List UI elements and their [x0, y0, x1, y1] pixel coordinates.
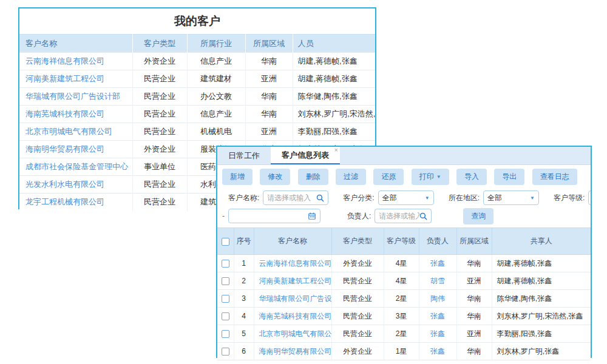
industry-cell: 信息产业	[187, 53, 245, 70]
customer-list-window: 日常工作 客户信息列表 × 新增 修改 删除 过滤 还原 打印▼ 导入 导出 查…	[216, 146, 592, 358]
customer-type-cell: 民营企业	[132, 70, 187, 88]
customer-link[interactable]: 海南芜城科技有限公司	[25, 109, 104, 118]
index-cell: 5	[234, 325, 254, 343]
owner-link[interactable]: 张鑫	[430, 259, 445, 268]
customer-list-table: 序号 客户名称 客户类型 客户等级 负责人 所属区域 共享人 1 云南海祥信息有…	[217, 228, 591, 360]
customer-type-cell: 民营企业	[331, 308, 384, 325]
col-grade: 客户等级	[384, 228, 419, 255]
owner-link[interactable]: 胡雪	[430, 277, 445, 285]
shared-cell: 刘东林,罗广明,宋浩然,张鑫	[492, 308, 591, 325]
edit-button[interactable]: 修改	[260, 169, 290, 185]
row-checkbox[interactable]	[222, 295, 229, 303]
district-label: 所在地区:	[449, 193, 480, 203]
shared-cell: 刘东林,罗广明,张鑫	[492, 343, 591, 360]
table-row: 3 华瑞城有限公司广告设... 民营企业 2星 陶伟 华南 陈华健,陶伟,张鑫	[217, 290, 591, 308]
table-row: 北京市明城电气有限公司 民营企业 机械机电 亚洲 李勤丽,阳强,张鑫	[19, 123, 375, 141]
customer-type-cell: 事业单位	[132, 158, 187, 176]
grade-label: 客户等级:	[554, 193, 585, 203]
import-button[interactable]: 导入	[456, 169, 487, 185]
print-button[interactable]: 打印▼	[412, 169, 449, 185]
customer-link[interactable]: 华瑞城有限公司广告设...	[259, 294, 332, 303]
customer-category-select[interactable]: 全部 ▼	[378, 190, 434, 205]
customer-link[interactable]: 成都市社会保险基金管理中心	[25, 162, 128, 171]
grade-cell: 2星	[384, 325, 419, 343]
table-row: 河南美新建筑工程公司 民营企业 建筑建材 亚洲 胡建,蒋德帧,张鑫	[19, 70, 375, 88]
customer-link[interactable]: 河南美新建筑工程公司	[259, 277, 332, 285]
customer-type-cell: 外资企业	[132, 141, 187, 158]
owner-input[interactable]	[379, 212, 419, 220]
owner-link[interactable]: 张鑫	[430, 347, 445, 356]
shared-cell: 胡建,蒋德帧,张鑫	[492, 272, 591, 290]
customer-type-cell: 民营企业	[331, 325, 384, 343]
industry-cell: 建筑建材	[187, 70, 245, 88]
view-log-button[interactable]: 查看日志	[532, 169, 577, 185]
date-input[interactable]	[232, 212, 308, 220]
page-title: 我的客户	[19, 8, 375, 34]
row-checkbox[interactable]	[222, 260, 229, 268]
district-filter: 所在地区: 全部 ▼	[449, 190, 539, 205]
customer-link[interactable]: 海南明华贸易有限公司	[259, 347, 332, 356]
query-button[interactable]: 查询	[463, 208, 493, 224]
customer-link[interactable]: 云南海祥信息有限公司	[25, 56, 104, 66]
region-cell: 华南	[245, 88, 293, 106]
customer-link[interactable]: 龙宇工程机械有限公司	[25, 197, 104, 206]
filter-button[interactable]: 过滤	[336, 169, 366, 185]
add-button[interactable]: 新增	[222, 169, 253, 185]
district-select[interactable]: 全部 ▼	[483, 190, 539, 205]
customer-name-input[interactable]	[267, 194, 316, 202]
customer-link[interactable]: 北京市明城电气有限公司	[25, 127, 112, 136]
calendar-icon	[308, 212, 316, 220]
region-cell: 华南	[456, 308, 492, 325]
col-shared: 共享人	[492, 228, 591, 255]
owner-link[interactable]: 张鑫	[430, 329, 445, 338]
customer-type-cell: 外资企业	[132, 53, 187, 70]
select-all-checkbox[interactable]	[222, 238, 229, 246]
region-cell: 亚洲	[456, 325, 492, 343]
table-row: 海南芜城科技有限公司 民营企业 信息产业 华南 刘东林,罗广明,宋浩然,...	[19, 106, 375, 123]
owner-link[interactable]: 张鑫	[430, 312, 445, 320]
index-cell: 3	[234, 290, 254, 308]
row-checkbox[interactable]	[222, 330, 229, 338]
table-row: 云南海祥信息有限公司 外资企业 信息产业 华南 胡建,蒋德帧,张鑫	[19, 53, 375, 70]
search-icon	[316, 194, 324, 202]
industry-cell: 办公文教	[187, 88, 245, 106]
customer-link[interactable]: 华瑞城有限公司广告设计部	[25, 92, 120, 101]
region-cell: 华南	[456, 255, 492, 272]
region-cell: 华南	[245, 53, 293, 70]
row-checkbox[interactable]	[222, 348, 229, 356]
col-region: 所属区域	[245, 35, 293, 53]
col-index: 序号	[234, 228, 254, 255]
row-checkbox[interactable]	[222, 277, 229, 285]
staff-cell: 陈华健,陶伟,张鑫	[293, 88, 375, 106]
index-cell: 2	[234, 272, 254, 290]
customer-link[interactable]: 光发水利水电有限公司	[25, 180, 104, 189]
customer-type-cell: 民营企业	[132, 123, 187, 141]
customer-link[interactable]: 云南海祥信息有限公司	[259, 259, 332, 268]
owner-link[interactable]: 陶伟	[430, 294, 445, 303]
export-button[interactable]: 导出	[494, 169, 524, 185]
close-icon[interactable]: ×	[334, 147, 338, 153]
tab-daily-work[interactable]: 日常工作	[217, 147, 271, 164]
index-cell: 1	[234, 255, 254, 272]
grade-select[interactable]: 全部	[588, 190, 591, 205]
staff-cell: 李勤丽,阳强,张鑫	[293, 123, 375, 141]
tab-customer-info-list[interactable]: 客户信息列表 ×	[271, 147, 340, 164]
customer-link[interactable]: 海南明华贸易有限公司	[25, 144, 104, 153]
col-customer-name: 客户名称	[254, 228, 331, 255]
delete-button[interactable]: 删除	[298, 169, 328, 185]
customer-type-cell: 民营企业	[331, 290, 384, 308]
customer-link[interactable]: 河南美新建筑工程公司	[25, 74, 104, 83]
col-staff: 人员	[293, 35, 375, 53]
customer-link[interactable]: 海南芜城科技有限公司	[259, 312, 332, 320]
customer-category-label: 客户分类:	[343, 193, 374, 203]
index-cell: 4	[234, 308, 254, 325]
grade-cell: 3星	[384, 308, 419, 325]
row-checkbox[interactable]	[222, 312, 229, 320]
restore-button[interactable]: 还原	[373, 169, 404, 185]
date-range-separator: -	[222, 212, 225, 220]
customer-link[interactable]: 北京市明城电气有限公司	[259, 329, 332, 338]
shared-cell: 陈华健,陶伟,张鑫	[492, 290, 591, 308]
filter-panel: 客户名称: 客户分类: 全部 ▼ 所在地区: 全部 ▼	[217, 188, 591, 226]
table-row: 6 海南明华贸易有限公司 外资企业 1星 张鑫 华南 刘东林,罗广明,张鑫	[217, 343, 591, 360]
grade-cell: 4星	[384, 255, 419, 272]
